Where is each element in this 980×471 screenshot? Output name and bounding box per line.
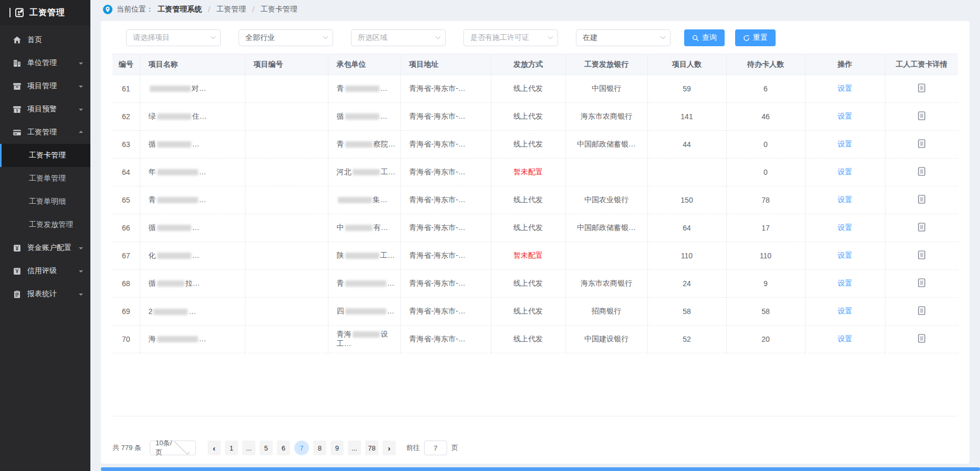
bank-cell: 海东市农商银行	[565, 103, 647, 131]
sidebar-subitem-1[interactable]: 工资卡管理	[0, 144, 90, 167]
headcount-cell: 64	[647, 214, 726, 242]
visible-text: …	[192, 140, 200, 148]
sidebar-item-5[interactable]: 工资管理	[0, 121, 90, 144]
salary-card-detail-icon[interactable]	[918, 83, 925, 92]
filter-select-5[interactable]: 在建	[576, 29, 670, 46]
bank-cell: 中国邮政储蓄银…	[565, 131, 647, 159]
settings-link[interactable]: 设置	[838, 334, 852, 343]
prev-page-button[interactable]: ‹	[208, 441, 221, 455]
report-icon	[13, 290, 22, 299]
redacted-text	[157, 253, 191, 259]
settings-link[interactable]: 设置	[838, 195, 852, 204]
page-button-7[interactable]: 7	[294, 441, 309, 455]
action-cell: 设置	[805, 214, 885, 242]
page-ellipsis[interactable]: ...	[242, 441, 255, 455]
table-row: 63循…青察院…青海省-海东市-…线上代发中国邮政储蓄银…440设置	[112, 131, 958, 159]
sidebar-subitem-2[interactable]: 工资单管理	[0, 167, 90, 190]
pending-cards-cell: 6	[726, 75, 805, 103]
sidebar-subitem-4[interactable]: 工资发放管理	[0, 213, 90, 236]
settings-link[interactable]: 设置	[838, 168, 852, 176]
sidebar-item-3[interactable]: 项目管理	[0, 75, 90, 98]
sidebar-item-7[interactable]: 信用评级	[0, 259, 90, 282]
visible-text: 陕	[337, 251, 344, 259]
next-page-button[interactable]: ›	[383, 441, 396, 455]
breadcrumb-item-root[interactable]: 工资管理系统	[158, 5, 202, 14]
page-size-value: 10条/页	[156, 438, 173, 457]
visible-text: 循	[149, 279, 156, 287]
sidebar-item-4[interactable]: 项目预警	[0, 98, 90, 121]
query-button[interactable]: 查询	[684, 29, 725, 46]
visible-text: 循	[337, 112, 344, 120]
breadcrumb-item-parent[interactable]: 工资管理	[216, 5, 246, 14]
page-ellipsis[interactable]: ...	[348, 441, 361, 455]
filter-select-3[interactable]: 所选区域	[351, 29, 446, 46]
sidebar-item-6[interactable]: 资金账户配置	[0, 236, 90, 259]
filter-select-1[interactable]: 请选择项目	[126, 29, 221, 46]
bank-cell: 中国银行	[565, 75, 647, 103]
refresh-icon	[743, 35, 750, 41]
redacted-text	[345, 86, 379, 92]
redacted-text	[345, 141, 373, 148]
salary-card-detail-icon[interactable]	[918, 278, 925, 287]
settings-link[interactable]: 设置	[838, 140, 852, 148]
pay-method-cell: 线上代发	[491, 131, 565, 159]
sidebar-item-1[interactable]: 首页	[0, 28, 90, 51]
visible-text: 化	[149, 251, 156, 259]
visible-text: 循	[149, 223, 156, 232]
visible-text: …	[189, 307, 196, 316]
settings-link[interactable]: 设置	[838, 279, 852, 287]
redacted-text	[157, 113, 191, 120]
pay-method-cell: 暂未配置	[491, 242, 565, 270]
settings-link[interactable]: 设置	[838, 251, 852, 259]
salary-card-detail-icon[interactable]	[918, 111, 925, 120]
page-button-6[interactable]: 6	[277, 441, 290, 455]
sidebar-subitem-3[interactable]: 工资单明细	[0, 190, 90, 213]
sidebar-item-2[interactable]: 单位管理	[0, 51, 90, 75]
page-button-5[interactable]: 5	[260, 441, 273, 455]
goto-page: 前往页	[406, 441, 458, 455]
page-button-9[interactable]: 9	[331, 441, 344, 455]
page-button-78[interactable]: 78	[365, 441, 378, 455]
page-button-1[interactable]: 1	[225, 441, 238, 455]
salary-card-detail-icon[interactable]	[918, 195, 925, 204]
card-detail-cell	[885, 270, 958, 298]
column-header-4: 承包单位	[328, 54, 400, 75]
project-name-cell: 年…	[140, 159, 245, 186]
reset-button[interactable]: 重置	[735, 29, 776, 46]
filter-select-2[interactable]: 全部行业	[239, 29, 333, 46]
salary-card-detail-icon[interactable]	[918, 223, 925, 232]
contractor-cell: 青察院…	[328, 131, 400, 159]
settings-link[interactable]: 设置	[838, 307, 852, 315]
redacted-text	[345, 308, 386, 315]
settings-link[interactable]: 设置	[838, 223, 852, 232]
settings-link[interactable]: 设置	[838, 112, 852, 120]
salary-card-detail-icon[interactable]	[918, 306, 925, 315]
card-detail-cell	[885, 326, 958, 353]
funds-icon	[13, 244, 22, 253]
pay-method-cell: 线上代发	[491, 75, 565, 103]
visible-text: 青海	[337, 330, 352, 338]
redacted-text	[157, 336, 198, 342]
salary-card-detail-icon[interactable]	[918, 334, 925, 343]
action-cell: 设置	[805, 75, 885, 103]
page-size-select[interactable]: 10条/页	[150, 441, 196, 455]
pending-cards-cell: 0	[726, 159, 805, 186]
column-header-3: 项目编号	[245, 54, 328, 75]
filter-select-value: 全部行业	[245, 33, 324, 43]
page-button-8[interactable]: 8	[313, 441, 326, 455]
alert-box-icon	[13, 105, 22, 114]
visible-text: …	[387, 307, 395, 315]
pay-method-text: 线上代发	[513, 334, 543, 343]
address-cell: 青海省-海东市-…	[400, 103, 491, 131]
settings-link[interactable]: 设置	[838, 84, 852, 92]
goto-page-input[interactable]	[424, 441, 447, 455]
projects-table: 编号项目名称项目编号承包单位项目地址发放方式工资发放银行项目人数待办卡人数操作工…	[112, 54, 958, 353]
pending-cards-cell: 17	[726, 214, 805, 242]
horizontal-scrollbar[interactable]	[101, 467, 980, 471]
salary-card-detail-icon[interactable]	[918, 139, 925, 148]
sidebar-item-8[interactable]: 报表统计	[0, 282, 90, 306]
filter-select-4[interactable]: 是否有施工许可证	[463, 29, 558, 46]
project-name-cell: 海…	[140, 326, 245, 353]
salary-card-detail-icon[interactable]	[918, 167, 925, 176]
salary-card-detail-icon[interactable]	[918, 250, 925, 259]
